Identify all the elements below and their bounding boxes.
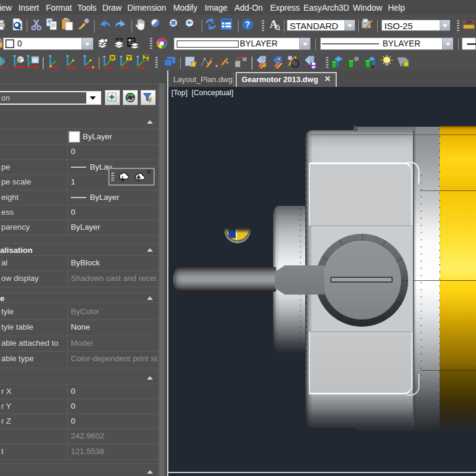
svg-text:A: A [270, 18, 278, 30]
svg-text:?: ? [245, 20, 250, 29]
